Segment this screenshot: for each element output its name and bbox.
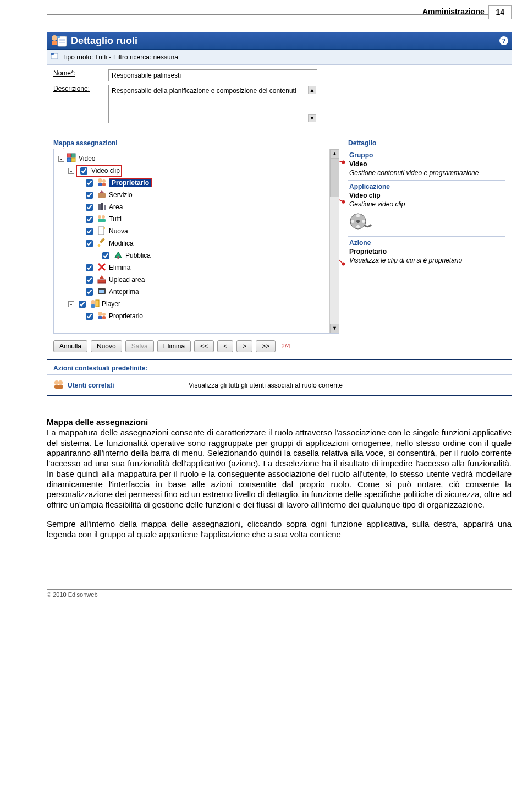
tree-node-servizio[interactable]: Servizio [56, 189, 337, 201]
svg-rect-13 [67, 154, 71, 157]
users-related-icon [53, 379, 64, 391]
svg-rect-39 [91, 304, 95, 308]
page-number: 14 [488, 5, 512, 19]
copyright: © 2010 Edisonweb [47, 591, 512, 598]
textarea-scroll-down[interactable]: ▼ [308, 114, 316, 122]
tree-node-tutti[interactable]: Tutti [56, 213, 337, 225]
tree-node-player-proprietario[interactable]: Proprietario [56, 310, 337, 322]
body-heading: Mappa delle assegnazioni [47, 417, 148, 427]
svg-point-43 [102, 313, 106, 316]
body-paragraph-2: Sempre all'interno della mappa delle ass… [47, 519, 512, 540]
help-icon[interactable]: ? [499, 36, 508, 45]
textarea-scroll-up[interactable]: ▲ [308, 86, 316, 94]
context-header: Azioni contestuali predefinite: [47, 360, 512, 375]
expander-icon[interactable]: - [68, 168, 74, 174]
tree-checkbox[interactable] [86, 216, 93, 223]
users-icon [97, 214, 107, 225]
tree-checkbox[interactable] [86, 276, 93, 284]
app-screenshot: Dettaglio ruoli ? Tipo ruolo: Tutti - Fi… [47, 32, 512, 396]
tree-checkbox[interactable] [86, 228, 93, 235]
publish-icon [113, 250, 123, 261]
context-action-utenti-correlati[interactable]: Utenti correlati Visualizza gli tutti gl… [47, 375, 512, 396]
svg-point-50 [351, 220, 354, 223]
svg-point-12 [342, 262, 345, 265]
body-paragraph-1: La mappatura delle assegnazioni consente… [47, 428, 512, 509]
upload-icon [97, 274, 107, 286]
prev-page-button[interactable]: < [217, 340, 233, 352]
tree-checkbox[interactable] [86, 240, 93, 247]
svg-point-25 [98, 215, 101, 219]
svg-rect-42 [98, 316, 102, 319]
tree-node-modifica[interactable]: Modifica [56, 237, 337, 249]
film-reel-icon [349, 210, 505, 233]
tree-checkbox[interactable] [86, 288, 93, 296]
tree-scrollbar[interactable]: ▲ ▼ [329, 149, 339, 333]
svg-rect-44 [102, 316, 106, 319]
tree-node-area[interactable]: Area [56, 201, 337, 213]
scroll-down-icon[interactable]: ▼ [330, 324, 339, 333]
last-page-button[interactable]: >> [256, 340, 276, 352]
area-icon [97, 201, 107, 213]
svg-rect-21 [98, 193, 106, 198]
svg-rect-8 [51, 53, 54, 55]
scroll-up-icon[interactable]: ▲ [330, 149, 339, 159]
delete-icon [97, 262, 107, 274]
tree-checkbox[interactable] [86, 204, 93, 211]
tree-node-player[interactable]: - Player [56, 298, 337, 310]
svg-rect-15 [67, 158, 71, 162]
context-action-desc: Visualizza gli tutti gli utenti associat… [189, 382, 343, 389]
svg-point-49 [356, 225, 360, 228]
tree-checkbox[interactable] [80, 167, 87, 175]
tree-header: Mappa assegnazioni [53, 138, 339, 149]
annulla-button[interactable]: Annulla [53, 340, 87, 352]
svg-point-0 [52, 35, 57, 41]
svg-rect-1 [52, 41, 57, 45]
tree-checkbox[interactable] [102, 252, 109, 259]
tree-node-elimina[interactable]: Elimina [56, 261, 337, 274]
tree-node-nuova[interactable]: Nuova [56, 225, 337, 237]
next-page-button[interactable]: > [237, 340, 252, 352]
tree-node-video[interactable]: - Video [56, 152, 337, 165]
tree-checkbox[interactable] [86, 313, 93, 320]
expander-icon[interactable]: - [68, 301, 74, 307]
svg-point-46 [356, 220, 360, 223]
new-icon [97, 226, 107, 237]
tree-checkbox[interactable] [86, 192, 93, 199]
svg-rect-28 [98, 227, 104, 235]
tree-checkbox[interactable] [79, 301, 86, 308]
filter-text: Tipo ruolo: Tutti - Filtro ricerca: ness… [62, 53, 178, 61]
tree-node-anteprima[interactable]: Anteprima [56, 286, 337, 298]
name-input[interactable]: Responsabile palinsesti [108, 69, 317, 81]
nuovo-button[interactable]: Nuovo [91, 340, 122, 352]
svg-point-51 [54, 380, 59, 385]
scroll-thumb[interactable] [330, 159, 339, 197]
svg-rect-30 [100, 238, 105, 243]
elimina-button[interactable]: Elimina [157, 340, 191, 352]
svg-point-11 [342, 200, 345, 204]
tree-node-proprietario[interactable]: Proprietario [56, 177, 337, 189]
tree-checkbox[interactable] [86, 179, 93, 187]
tree-checkbox[interactable] [86, 264, 93, 271]
svg-rect-29 [97, 244, 101, 247]
player-icon [90, 298, 100, 310]
tree-node-upload-area[interactable]: Upload area [56, 274, 337, 286]
svg-rect-53 [54, 385, 63, 389]
svg-rect-40 [96, 300, 99, 307]
tree-node-pubblica[interactable]: Pubblica [56, 249, 337, 261]
description-textarea[interactable]: Responsabile della pianificazione e comp… [108, 85, 317, 123]
svg-point-48 [362, 220, 365, 223]
title-bar: Dettaglio ruoli ? [47, 32, 512, 50]
tree-node-video-clip[interactable]: - Video clip [56, 165, 337, 177]
svg-rect-18 [98, 183, 102, 186]
detail-header: Dettaglio [348, 138, 505, 149]
svg-point-10 [342, 161, 345, 164]
group-multicolor-icon [67, 153, 76, 165]
expander-icon[interactable]: - [58, 156, 64, 162]
svg-rect-20 [102, 183, 106, 186]
detail-applicazione: Applicazione Video clip Gestione video c… [348, 181, 505, 237]
filter-icon [50, 52, 60, 62]
owner-icon [97, 177, 107, 189]
first-page-button[interactable]: << [194, 340, 214, 352]
salva-button[interactable]: Salva [125, 340, 154, 352]
pager-label: 2/4 [281, 342, 290, 350]
